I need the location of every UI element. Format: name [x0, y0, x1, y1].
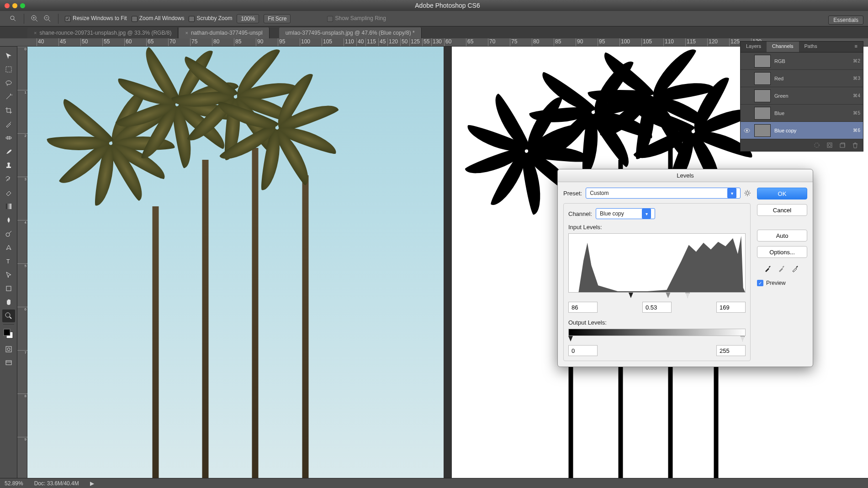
document-tab-1[interactable]: × shane-rounce-209731-unsplash.jpg @ 33.… [27, 27, 178, 38]
fit-screen-button[interactable]: Fit Scre [264, 14, 291, 23]
white-point-input[interactable] [716, 302, 746, 313]
close-icon[interactable]: × [34, 30, 37, 36]
white-point-slider[interactable] [685, 293, 690, 298]
input-levels-label: Input Levels: [568, 224, 746, 231]
visibility-icon[interactable] [743, 110, 751, 117]
workspace-switcher[interactable]: Essentials [828, 16, 863, 25]
black-eyedropper-icon[interactable] [764, 264, 773, 273]
black-point-input[interactable] [568, 302, 598, 313]
ok-button[interactable]: OK [757, 188, 807, 199]
input-slider[interactable] [568, 294, 746, 298]
history-brush-tool-icon[interactable] [2, 173, 15, 185]
svg-rect-32 [6, 361, 11, 365]
zoom-in-icon[interactable] [31, 15, 39, 23]
gray-eyedropper-icon[interactable] [778, 264, 787, 273]
output-black-input[interactable] [568, 345, 598, 356]
preset-value: Custom [590, 190, 609, 196]
preview-label: Preview [766, 280, 786, 286]
svg-point-0 [11, 16, 14, 20]
channel-select[interactable]: Blue copy ▾ [596, 208, 655, 219]
visibility-icon[interactable] [743, 58, 751, 65]
output-white-input[interactable] [716, 345, 746, 356]
type-tool-icon[interactable]: T [2, 255, 15, 268]
tab-layers[interactable]: Layers [741, 42, 767, 52]
color-swatches[interactable] [2, 326, 15, 342]
zoom-window-icon[interactable] [20, 3, 25, 8]
tab-paths[interactable]: Paths [799, 42, 823, 52]
lasso-tool-icon[interactable] [2, 77, 15, 89]
svg-text:T: T [6, 258, 10, 265]
document-view-left[interactable] [27, 47, 444, 478]
gradient-tool-icon[interactable] [2, 200, 15, 213]
gear-icon[interactable] [744, 190, 751, 196]
zoom-out-icon[interactable] [43, 15, 52, 23]
visibility-icon[interactable] [743, 92, 751, 100]
zoom-all-checkbox[interactable]: Zoom All Windows [132, 15, 185, 21]
save-selection-icon[interactable] [826, 142, 833, 148]
close-icon[interactable]: × [185, 30, 188, 36]
preview-checkbox[interactable]: ✓ [757, 280, 763, 286]
channel-row[interactable]: Red⌘3 [741, 70, 863, 87]
svg-point-12 [10, 94, 11, 95]
marquee-tool-icon[interactable] [2, 63, 15, 76]
svg-line-47 [749, 191, 750, 192]
move-tool-icon[interactable] [2, 49, 15, 62]
preset-select[interactable]: Custom ▾ [586, 188, 741, 199]
crop-tool-icon[interactable] [2, 104, 15, 117]
tool-preset-icon[interactable] [9, 15, 17, 23]
delete-channel-icon[interactable] [852, 142, 858, 148]
visibility-icon[interactable] [743, 75, 751, 82]
scrubby-zoom-checkbox[interactable]: Scrubby Zoom [189, 15, 232, 21]
channel-row[interactable]: RGB⌘2 [741, 52, 863, 70]
shape-tool-icon[interactable] [2, 282, 15, 295]
load-selection-icon[interactable] [814, 142, 820, 148]
dodge-tool-icon[interactable] [2, 227, 15, 240]
gamma-slider[interactable] [666, 293, 670, 298]
tab-channels[interactable]: Channels [767, 42, 799, 52]
status-zoom[interactable]: 52.89% [5, 480, 23, 487]
pen-tool-icon[interactable] [2, 241, 15, 254]
white-eyedropper-icon[interactable] [791, 264, 800, 273]
channel-row[interactable]: Green⌘4 [741, 87, 863, 105]
healing-tool-icon[interactable] [2, 131, 15, 144]
svg-point-31 [7, 348, 10, 351]
blur-tool-icon[interactable] [2, 214, 15, 226]
eyedropper-tool-icon[interactable] [2, 118, 15, 131]
zoom-tool-icon[interactable] [2, 310, 15, 322]
wand-tool-icon[interactable] [2, 90, 15, 103]
output-slider[interactable] [568, 337, 746, 341]
channel-shortcut: ⌘4 [853, 93, 860, 98]
sampling-ring-checkbox[interactable]: Show Sampling Ring [327, 15, 386, 21]
path-select-tool-icon[interactable] [2, 268, 15, 281]
stamp-tool-icon[interactable] [2, 159, 15, 172]
options-button[interactable]: Options... [757, 246, 807, 258]
status-play-icon[interactable]: ▶ [90, 480, 94, 487]
document-tab-3[interactable]: umlao-377495-unsplash.jpg @ 47.6% (Blue … [279, 27, 422, 38]
quickmask-icon[interactable] [2, 343, 15, 356]
gamma-input[interactable] [642, 302, 672, 313]
resize-windows-checkbox[interactable]: Resize Windows to Fit [65, 15, 127, 21]
zoom-pct-field[interactable]: 100% [237, 14, 259, 23]
auto-button[interactable]: Auto [757, 230, 807, 241]
document-tab-2[interactable]: × nathan-dumlao-377495-unspl [179, 27, 269, 38]
screenmode-icon[interactable] [2, 357, 15, 369]
minimise-window-icon[interactable] [12, 3, 17, 8]
output-black-slider[interactable] [568, 336, 573, 341]
panel-menu-icon[interactable]: ≡ [849, 42, 863, 52]
brush-tool-icon[interactable] [2, 145, 15, 158]
output-white-slider[interactable] [740, 336, 745, 341]
output-gradient [568, 329, 746, 336]
levels-dialog[interactable]: Levels Preset: Custom ▾ Channel: Blue co… [557, 169, 813, 367]
hand-tool-icon[interactable] [2, 296, 15, 309]
channel-thumbnail [754, 124, 771, 137]
cancel-button[interactable]: Cancel [757, 204, 807, 216]
svg-point-40 [746, 192, 749, 194]
svg-line-51 [796, 266, 798, 268]
visibility-icon[interactable] [743, 127, 751, 134]
channel-row[interactable]: Blue copy⌘6 [741, 122, 863, 139]
channel-row[interactable]: Blue⌘5 [741, 105, 863, 122]
new-channel-icon[interactable] [839, 142, 846, 148]
eraser-tool-icon[interactable] [2, 186, 15, 199]
close-window-icon[interactable] [5, 3, 10, 8]
black-point-slider[interactable] [629, 293, 633, 298]
